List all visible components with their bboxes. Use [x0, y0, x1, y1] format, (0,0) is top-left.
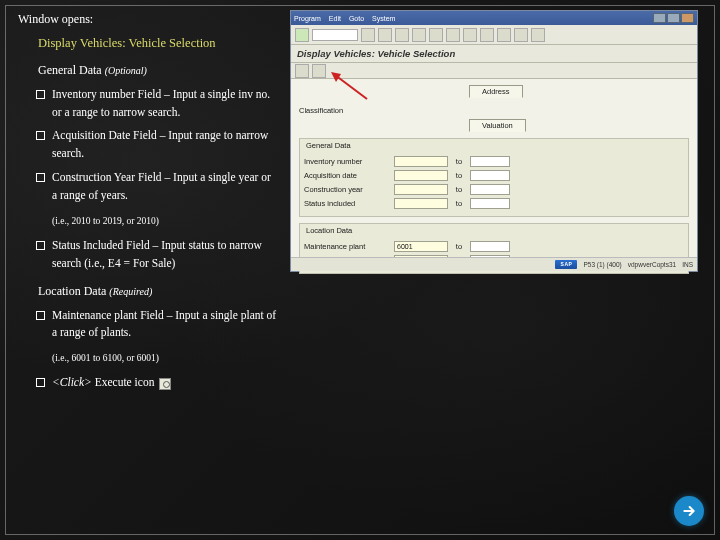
slide-root: Window opens: Display Vehicles: Vehicle …	[0, 0, 720, 540]
prev-page-icon[interactable]	[497, 28, 511, 42]
to-1: to	[452, 157, 466, 166]
arrow-right-icon	[681, 503, 697, 519]
input-inventory-to[interactable]	[470, 156, 510, 167]
close-button[interactable]	[681, 13, 694, 23]
last-page-icon[interactable]	[531, 28, 545, 42]
window-title: Display Vehicles: Vehicle Selection	[38, 34, 278, 53]
next-slide-button[interactable]	[674, 496, 704, 526]
lbl-inventory: Inventory number	[304, 157, 390, 166]
menu-system[interactable]: System	[372, 15, 395, 22]
input-cy-to[interactable]	[470, 184, 510, 195]
intro-text: Window opens:	[18, 10, 278, 28]
classification-label: Classification	[299, 106, 385, 115]
minimize-button[interactable]	[653, 13, 666, 23]
lbl-acquisition: Acquisition date	[304, 171, 390, 180]
variant-icon[interactable]	[312, 64, 326, 78]
menu-edit[interactable]: Edit	[329, 15, 341, 22]
group-general-data: General Data Inventory number to Acquisi…	[299, 138, 689, 217]
input-inventory-from[interactable]	[394, 156, 448, 167]
row-inventory: Inventory number to	[304, 155, 684, 168]
group-location-title: Location Data	[304, 226, 354, 235]
bullet-construction-year: Construction Year Field – Input a single…	[18, 166, 278, 208]
section-location-qualifier: (Required)	[109, 286, 152, 297]
sap-toolbar	[291, 25, 697, 45]
sap-window: Program Edit Goto System	[290, 10, 698, 272]
execute-text: Execute icon	[92, 376, 157, 388]
section-general-qualifier: (Optional)	[105, 65, 147, 76]
status-mode: INS	[682, 261, 693, 268]
input-status-to[interactable]	[470, 198, 510, 209]
menu-goto[interactable]: Goto	[349, 15, 364, 22]
lbl-construction-year: Construction year	[304, 185, 390, 194]
row-construction-year: Construction year to	[304, 183, 684, 196]
sap-status-bar: SAP P53 (1) (400) vdpwverCopts31 INS	[291, 257, 697, 271]
click-emphasis: <Click>	[52, 376, 92, 388]
input-acquisition-to[interactable]	[470, 170, 510, 181]
general-bullets-2: Status Included Field – Input status to …	[18, 234, 278, 276]
bullet-acquisition: Acquisition Date Field – Input range to …	[18, 124, 278, 166]
bullet-execute: <Click> Execute icon	[18, 371, 278, 395]
input-status-from[interactable]	[394, 198, 448, 209]
instruction-column: Window opens: Display Vehicles: Vehicle …	[18, 10, 278, 401]
maint-value: 6001	[395, 242, 447, 252]
general-bullets: Inventory number Field – Input a single …	[18, 83, 278, 208]
print-icon[interactable]	[429, 28, 443, 42]
sap-page-title: Display Vehicles: Vehicle Selection	[291, 45, 697, 63]
maximize-button[interactable]	[667, 13, 680, 23]
enter-icon[interactable]	[295, 28, 309, 42]
input-maint-from[interactable]: 6001	[394, 241, 448, 252]
section-location-data: Location Data (Required)	[38, 282, 278, 300]
row-maintenance-plant: Maintenance plant 6001 to	[304, 240, 684, 253]
tab-row-2: Valuation	[469, 119, 689, 132]
lbl-status: Status included	[304, 199, 390, 208]
red-arrow-annotation	[329, 71, 369, 101]
sap-titlebar: Program Edit Goto System	[291, 11, 697, 25]
location-bullets: Maintenance plant Field – Input a single…	[18, 304, 278, 346]
section-general-data: General Data (Optional)	[38, 61, 278, 79]
group-general-title: General Data	[304, 141, 353, 150]
back-icon[interactable]	[378, 28, 392, 42]
menu-program[interactable]: Program	[294, 15, 321, 22]
note-maintenance-plant: (i.e., 6001 to 6100, or 6001)	[52, 351, 278, 365]
sap-body: Address Classification Valuation General…	[291, 79, 697, 284]
lbl-maintenance-plant: Maintenance plant	[304, 242, 390, 251]
input-maint-to[interactable]	[470, 241, 510, 252]
row-status: Status included to	[304, 197, 684, 210]
bullet-maintenance-plant: Maintenance plant Field – Input a single…	[18, 304, 278, 346]
bullet-status: Status Included Field – Input status to …	[18, 234, 278, 276]
to-5: to	[452, 242, 466, 251]
input-acquisition-from[interactable]	[394, 170, 448, 181]
execute-icon[interactable]	[295, 64, 309, 78]
find-next-icon[interactable]	[463, 28, 477, 42]
command-field[interactable]	[312, 29, 358, 41]
note-construction-year: (i.e., 2010 to 2019, or 2010)	[52, 214, 278, 228]
section-general-label: General Data	[38, 63, 102, 77]
find-icon[interactable]	[446, 28, 460, 42]
status-connection: P53 (1) (400)	[583, 261, 621, 268]
classification-row: Classification	[299, 104, 689, 117]
to-2: to	[452, 171, 466, 180]
svg-marker-1	[331, 72, 341, 82]
tab-address[interactable]: Address	[469, 85, 523, 98]
sap-logo-icon: SAP	[555, 260, 577, 269]
tab-row-1: Address	[469, 85, 689, 98]
to-4: to	[452, 199, 466, 208]
first-page-icon[interactable]	[480, 28, 494, 42]
exit-icon[interactable]	[395, 28, 409, 42]
section-location-label: Location Data	[38, 284, 106, 298]
tab-valuation[interactable]: Valuation	[469, 119, 526, 132]
to-3: to	[452, 185, 466, 194]
status-host: vdpwverCopts31	[628, 261, 676, 268]
execute-icon	[159, 378, 171, 390]
row-acquisition: Acquisition date to	[304, 169, 684, 182]
window-controls	[653, 13, 694, 23]
input-cy-from[interactable]	[394, 184, 448, 195]
execute-bullet: <Click> Execute icon	[18, 371, 278, 395]
bullet-inventory: Inventory number Field – Input a single …	[18, 83, 278, 125]
svg-line-0	[335, 75, 367, 99]
sap-menu-bar: Program Edit Goto System	[294, 15, 395, 22]
save-icon[interactable]	[361, 28, 375, 42]
next-page-icon[interactable]	[514, 28, 528, 42]
cancel-icon[interactable]	[412, 28, 426, 42]
